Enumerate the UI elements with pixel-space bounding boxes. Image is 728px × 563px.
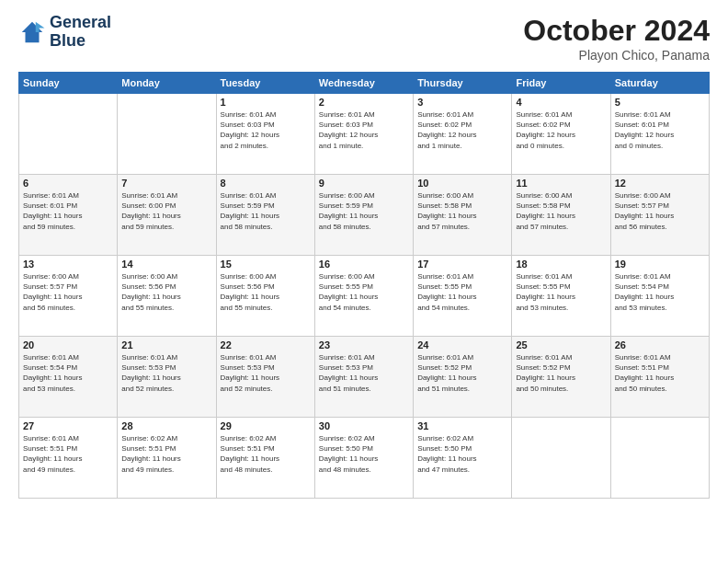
page: General Blue October 2024 Playon Chico, … [0, 0, 728, 563]
day-info: Sunrise: 6:01 AM Sunset: 5:51 PM Dayligh… [615, 352, 705, 394]
day-number: 31 [417, 420, 507, 431]
logo-line1: General [50, 14, 111, 32]
table-row: 24Sunrise: 6:01 AM Sunset: 5:52 PM Dayli… [414, 337, 512, 418]
day-number: 17 [417, 259, 507, 270]
header: General Blue October 2024 Playon Chico, … [18, 14, 710, 63]
day-number: 1 [221, 97, 311, 108]
day-info: Sunrise: 6:00 AM Sunset: 5:58 PM Dayligh… [417, 190, 507, 232]
day-info: Sunrise: 6:00 AM Sunset: 5:56 PM Dayligh… [221, 271, 311, 313]
header-monday: Monday [118, 73, 216, 94]
weekday-header-row: Sunday Monday Tuesday Wednesday Thursday… [19, 73, 710, 94]
day-number: 7 [121, 178, 211, 189]
table-row: 22Sunrise: 6:01 AM Sunset: 5:53 PM Dayli… [216, 337, 314, 418]
table-row [118, 94, 216, 175]
day-number: 20 [23, 339, 113, 350]
table-row [610, 418, 709, 499]
table-row: 28Sunrise: 6:02 AM Sunset: 5:51 PM Dayli… [118, 418, 216, 499]
day-number: 29 [221, 420, 311, 431]
day-number: 14 [121, 259, 211, 270]
day-number: 26 [615, 339, 705, 350]
table-row: 5Sunrise: 6:01 AM Sunset: 6:01 PM Daylig… [610, 94, 709, 175]
day-number: 22 [221, 339, 311, 350]
table-row: 25Sunrise: 6:01 AM Sunset: 5:52 PM Dayli… [512, 337, 610, 418]
day-info: Sunrise: 6:01 AM Sunset: 5:51 PM Dayligh… [23, 433, 113, 475]
day-info: Sunrise: 6:01 AM Sunset: 5:53 PM Dayligh… [319, 352, 409, 394]
table-row: 26Sunrise: 6:01 AM Sunset: 5:51 PM Dayli… [610, 337, 709, 418]
week-row-1: 1Sunrise: 6:01 AM Sunset: 6:03 PM Daylig… [19, 94, 710, 175]
logo-icon [18, 18, 46, 46]
day-info: Sunrise: 6:01 AM Sunset: 5:52 PM Dayligh… [417, 352, 507, 394]
day-info: Sunrise: 6:00 AM Sunset: 5:57 PM Dayligh… [23, 271, 113, 313]
day-number: 25 [516, 339, 606, 350]
table-row: 20Sunrise: 6:01 AM Sunset: 5:54 PM Dayli… [19, 337, 118, 418]
day-info: Sunrise: 6:02 AM Sunset: 5:51 PM Dayligh… [121, 433, 211, 475]
day-number: 8 [221, 178, 311, 189]
day-info: Sunrise: 6:01 AM Sunset: 5:55 PM Dayligh… [516, 271, 606, 313]
header-thursday: Thursday [414, 73, 512, 94]
table-row: 16Sunrise: 6:00 AM Sunset: 5:55 PM Dayli… [314, 256, 413, 337]
day-info: Sunrise: 6:01 AM Sunset: 6:01 PM Dayligh… [23, 190, 113, 232]
day-number: 23 [319, 339, 409, 350]
header-friday: Friday [512, 73, 610, 94]
table-row: 13Sunrise: 6:00 AM Sunset: 5:57 PM Dayli… [19, 256, 118, 337]
day-info: Sunrise: 6:01 AM Sunset: 6:02 PM Dayligh… [516, 109, 606, 151]
day-number: 10 [417, 178, 507, 189]
day-info: Sunrise: 6:01 AM Sunset: 5:52 PM Dayligh… [516, 352, 606, 394]
day-info: Sunrise: 6:01 AM Sunset: 6:03 PM Dayligh… [319, 109, 409, 151]
day-number: 15 [221, 259, 311, 270]
header-tuesday: Tuesday [216, 73, 314, 94]
table-row: 23Sunrise: 6:01 AM Sunset: 5:53 PM Dayli… [314, 337, 413, 418]
day-number: 4 [516, 97, 606, 108]
day-info: Sunrise: 6:00 AM Sunset: 5:55 PM Dayligh… [319, 271, 409, 313]
month-title: October 2024 [523, 14, 710, 48]
table-row: 31Sunrise: 6:02 AM Sunset: 5:50 PM Dayli… [414, 418, 512, 499]
header-sunday: Sunday [19, 73, 118, 94]
day-number: 21 [121, 339, 211, 350]
day-number: 28 [121, 420, 211, 431]
logo-text: General Blue [50, 14, 111, 51]
week-row-4: 20Sunrise: 6:01 AM Sunset: 5:54 PM Dayli… [19, 337, 710, 418]
day-info: Sunrise: 6:01 AM Sunset: 6:00 PM Dayligh… [121, 190, 211, 232]
table-row: 7Sunrise: 6:01 AM Sunset: 6:00 PM Daylig… [118, 175, 216, 256]
day-number: 27 [23, 420, 113, 431]
day-info: Sunrise: 6:02 AM Sunset: 5:50 PM Dayligh… [417, 433, 507, 475]
title-block: October 2024 Playon Chico, Panama [523, 14, 710, 63]
header-saturday: Saturday [610, 73, 709, 94]
table-row: 8Sunrise: 6:01 AM Sunset: 5:59 PM Daylig… [216, 175, 314, 256]
calendar-table: Sunday Monday Tuesday Wednesday Thursday… [18, 72, 710, 499]
day-number: 18 [516, 259, 606, 270]
table-row [512, 418, 610, 499]
day-info: Sunrise: 6:00 AM Sunset: 5:59 PM Dayligh… [319, 190, 409, 232]
day-info: Sunrise: 6:00 AM Sunset: 5:57 PM Dayligh… [615, 190, 705, 232]
table-row: 10Sunrise: 6:00 AM Sunset: 5:58 PM Dayli… [414, 175, 512, 256]
table-row: 18Sunrise: 6:01 AM Sunset: 5:55 PM Dayli… [512, 256, 610, 337]
day-number: 11 [516, 178, 606, 189]
day-info: Sunrise: 6:00 AM Sunset: 5:58 PM Dayligh… [516, 190, 606, 232]
location-subtitle: Playon Chico, Panama [523, 48, 710, 63]
table-row: 11Sunrise: 6:00 AM Sunset: 5:58 PM Dayli… [512, 175, 610, 256]
day-number: 30 [319, 420, 409, 431]
table-row: 2Sunrise: 6:01 AM Sunset: 6:03 PM Daylig… [314, 94, 413, 175]
day-info: Sunrise: 6:00 AM Sunset: 5:56 PM Dayligh… [121, 271, 211, 313]
day-number: 5 [615, 97, 705, 108]
table-row: 30Sunrise: 6:02 AM Sunset: 5:50 PM Dayli… [314, 418, 413, 499]
day-info: Sunrise: 6:02 AM Sunset: 5:50 PM Dayligh… [319, 433, 409, 475]
day-info: Sunrise: 6:02 AM Sunset: 5:51 PM Dayligh… [221, 433, 311, 475]
day-number: 19 [615, 259, 705, 270]
table-row: 15Sunrise: 6:00 AM Sunset: 5:56 PM Dayli… [216, 256, 314, 337]
table-row: 21Sunrise: 6:01 AM Sunset: 5:53 PM Dayli… [118, 337, 216, 418]
table-row: 27Sunrise: 6:01 AM Sunset: 5:51 PM Dayli… [19, 418, 118, 499]
day-info: Sunrise: 6:01 AM Sunset: 5:53 PM Dayligh… [121, 352, 211, 394]
day-info: Sunrise: 6:01 AM Sunset: 6:02 PM Dayligh… [417, 109, 507, 151]
logo-line2: Blue [50, 32, 111, 51]
table-row: 17Sunrise: 6:01 AM Sunset: 5:55 PM Dayli… [414, 256, 512, 337]
table-row: 6Sunrise: 6:01 AM Sunset: 6:01 PM Daylig… [19, 175, 118, 256]
table-row: 19Sunrise: 6:01 AM Sunset: 5:54 PM Dayli… [610, 256, 709, 337]
week-row-2: 6Sunrise: 6:01 AM Sunset: 6:01 PM Daylig… [19, 175, 710, 256]
day-number: 24 [417, 339, 507, 350]
day-info: Sunrise: 6:01 AM Sunset: 5:54 PM Dayligh… [23, 352, 113, 394]
header-wednesday: Wednesday [314, 73, 413, 94]
day-info: Sunrise: 6:01 AM Sunset: 5:55 PM Dayligh… [417, 271, 507, 313]
table-row: 9Sunrise: 6:00 AM Sunset: 5:59 PM Daylig… [314, 175, 413, 256]
logo: General Blue [18, 14, 111, 51]
